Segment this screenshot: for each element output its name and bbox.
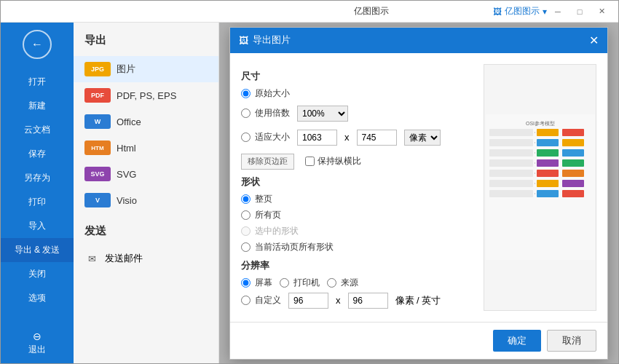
svg-text:OSI参考模型: OSI参考模型	[525, 121, 554, 127]
svg-rect-8	[489, 149, 533, 157]
scale-select[interactable]: 100%	[297, 106, 348, 122]
word-badge: W	[84, 114, 111, 129]
shape-section-label: 形状	[241, 175, 473, 189]
send-item-email[interactable]: ✉ 发送邮件	[74, 245, 218, 272]
dialog-icon: 🖼	[239, 35, 248, 46]
brand-text: 亿图图示	[505, 5, 540, 17]
svg-badge: SVG	[84, 167, 111, 181]
size-original-row: 原始大小	[241, 87, 473, 100]
size-scale-radio[interactable]	[241, 108, 251, 118]
shape-selected-label: 选中的形状	[255, 225, 299, 237]
svg-rect-7	[562, 139, 584, 146]
html-label: Html	[117, 143, 136, 154]
svg-rect-6	[537, 139, 559, 146]
shape-currentpage-row: 当前活动页所有形状	[241, 241, 473, 253]
custom-dpi-h-input[interactable]	[348, 293, 388, 309]
dialog-body: 尺寸 原始大小 使用倍数	[230, 53, 607, 322]
svg-rect-15	[537, 170, 559, 177]
resolution-screen-radio[interactable]	[241, 278, 251, 288]
svg-rect-20	[489, 190, 533, 197]
shape-selected-row: 选中的形状	[241, 225, 473, 237]
cancel-button[interactable]: 取消	[547, 330, 596, 352]
fit-width-input[interactable]	[297, 130, 337, 146]
resolution-screen-label: 屏幕	[255, 277, 272, 289]
sidebar-item-quit[interactable]: ⊖ 退出	[1, 325, 74, 363]
resolution-custom-radio[interactable]	[241, 296, 251, 305]
shape-currentpage-label: 当前活动页所有形状	[255, 241, 334, 253]
quit-label: 退出	[28, 344, 46, 356]
fit-x-sep: x	[344, 132, 350, 143]
new-label: 新建	[28, 100, 46, 112]
export-item-svg[interactable]: SVG SVG	[74, 161, 218, 187]
export-item-office[interactable]: W Office	[74, 108, 218, 135]
svg-rect-4	[562, 129, 584, 136]
size-original-label: 原始大小	[255, 87, 290, 100]
sidebar-item-print[interactable]: 打印	[1, 190, 74, 214]
sidebar-item-new[interactable]: 新建	[1, 94, 74, 118]
dialog-preview-area: OSI参考模型	[484, 64, 596, 311]
visio-badge: V	[84, 193, 111, 207]
size-scale-label: 使用倍数	[255, 107, 290, 119]
sidebar-item-import[interactable]: 导入	[1, 214, 74, 238]
sidebar-item-open[interactable]: 打开	[1, 70, 74, 94]
export-item-pdf[interactable]: PDF PDF, PS, EPS	[74, 82, 218, 108]
resolution-source-radio[interactable]	[327, 278, 336, 288]
sidebar-item-export[interactable]: 导出 & 发送	[1, 238, 74, 262]
resolution-printer-radio[interactable]	[280, 278, 289, 288]
dialog-left: 尺寸 原始大小 使用倍数	[241, 64, 473, 311]
shape-currentpage-radio[interactable]	[241, 242, 251, 252]
office-label: Office	[117, 116, 141, 127]
fit-height-input[interactable]	[357, 130, 397, 146]
custom-dpi-w-input[interactable]	[288, 293, 328, 309]
shape-allpages-radio[interactable]	[241, 210, 251, 220]
sidebar: ← 打开 新建 云文档 保存 另存为 打印 导入	[1, 23, 74, 363]
sidebar-item-options[interactable]: 选项	[1, 286, 74, 310]
keep-ratio-checkbox[interactable]	[305, 157, 315, 166]
dialog-header-left: 🖼 导出图片	[239, 33, 291, 47]
dialog-title: 导出图片	[253, 33, 291, 47]
back-button[interactable]: ←	[23, 30, 52, 59]
svg-rect-14	[489, 170, 533, 177]
svg-rect-21	[537, 190, 559, 197]
svg-rect-10	[562, 149, 584, 157]
close-button[interactable]: ✕	[591, 1, 612, 23]
resolution-printer-label: 打印机	[293, 277, 320, 289]
sidebar-item-cloud[interactable]: 云文档	[1, 118, 74, 142]
export-item-visio[interactable]: V Visio	[74, 187, 218, 213]
title-bar-right: 🖼 亿图图示 ▾	[493, 5, 547, 17]
resolution-custom-label: 自定义	[255, 294, 281, 306]
export-label: 导出 & 发送	[15, 244, 60, 256]
svg-rect-22	[562, 190, 584, 197]
confirm-button[interactable]: 确定	[493, 330, 541, 352]
shape-selected-radio[interactable]	[241, 226, 251, 236]
minimize-button[interactable]: ─	[547, 1, 569, 23]
shape-wholepage-radio[interactable]	[241, 194, 251, 204]
svg-label: SVG	[117, 169, 136, 180]
size-section-label: 尺寸	[241, 70, 473, 83]
sidebar-item-saveas[interactable]: 另存为	[1, 166, 74, 190]
dialog-close-button[interactable]: ✕	[589, 33, 599, 47]
content-area: 导出为图像 保存为图片文件，比如BMP、JPEG、PNG、GIF格式。 JPG …	[219, 23, 618, 363]
export-section-title: 导出	[74, 33, 218, 56]
sidebar-item-close[interactable]: 关闭	[1, 262, 74, 286]
back-icon: ←	[31, 38, 43, 51]
middle-panel: 导出 JPG 图片 PDF PDF, PS, EPS W Office HTM …	[74, 23, 219, 363]
sidebar-item-save[interactable]: 保存	[1, 142, 74, 166]
size-original-radio[interactable]	[241, 89, 251, 98]
saveas-label: 另存为	[24, 172, 50, 184]
svg-rect-17	[489, 180, 533, 187]
preview-svg: OSI参考模型	[486, 114, 595, 260]
visio-label: Visio	[117, 195, 137, 206]
svg-rect-11	[489, 159, 533, 167]
remove-border-button[interactable]: 移除页边距	[241, 154, 294, 170]
size-fit-radio[interactable]	[241, 132, 251, 142]
keep-ratio-label: 保持纵横比	[318, 155, 361, 167]
keep-ratio-row: 保持纵横比	[305, 155, 361, 167]
export-item-html[interactable]: HTM Html	[74, 135, 218, 161]
main-layout: ← 打开 新建 云文档 保存 另存为 打印 导入	[1, 23, 618, 363]
fit-unit-select[interactable]: 像素	[404, 130, 441, 146]
resolution-section-label: 分辨率	[241, 259, 473, 272]
export-item-image[interactable]: JPG 图片	[74, 56, 218, 82]
maximize-button[interactable]: □	[569, 1, 591, 23]
svg-rect-16	[562, 170, 584, 177]
